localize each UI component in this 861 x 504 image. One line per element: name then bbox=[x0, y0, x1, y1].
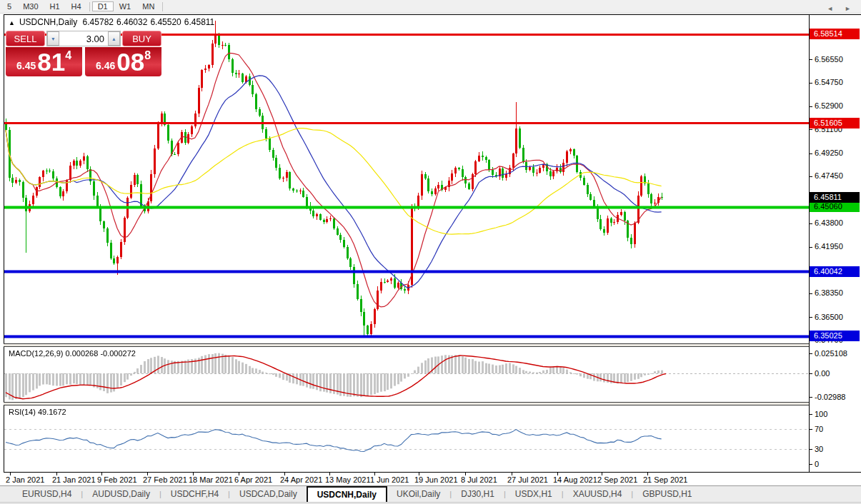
date-axis-label: 2 Jan 2021 bbox=[6, 475, 44, 484]
date-axis-label: 27 Jul 2021 bbox=[507, 475, 548, 484]
timeframe-button-H4[interactable]: H4 bbox=[66, 1, 87, 11]
ohlc-close: 6.45811 bbox=[184, 17, 215, 27]
buy-button[interactable]: BUY bbox=[122, 31, 161, 46]
rsi-panel-canvas[interactable] bbox=[4, 405, 810, 472]
terminal-window: 5M30H1H4D1W1MN ▲USDCNH,Daily 6.457826.46… bbox=[0, 0, 861, 504]
rsi-axis-tick bbox=[810, 429, 812, 430]
buy-price-display[interactable]: 6.46088 bbox=[85, 47, 161, 76]
toolbar-separator bbox=[162, 2, 163, 11]
date-axis-label: 27 Feb 2021 bbox=[143, 475, 187, 484]
price-axis-tick bbox=[810, 247, 812, 248]
price-axis-tick bbox=[810, 83, 812, 84]
tab-scroll-right-icon[interactable]: ► bbox=[845, 5, 851, 12]
timeframe-button-5[interactable]: 5 bbox=[1, 1, 17, 11]
chart-tab-usdx[interactable]: USDX,H1 bbox=[506, 486, 562, 502]
chevron-up-icon: ▲ bbox=[111, 36, 116, 41]
price-axis-tick bbox=[810, 59, 812, 60]
macd-axis-label: 0.025108 bbox=[815, 349, 847, 358]
ohlc-high: 6.46032 bbox=[116, 17, 147, 27]
volume-control: ▼ 3.00 ▲ bbox=[46, 31, 121, 46]
date-axis-label: 2 Sep 2021 bbox=[597, 475, 637, 484]
price-axis-label: 6.43800 bbox=[815, 218, 843, 227]
macd-axis-label: 0.00 bbox=[815, 369, 830, 378]
price-axis-label: 6.54750 bbox=[815, 78, 843, 86]
macd-indicator-label: MACD(12,26,9) 0.000268 -0.000272 bbox=[9, 349, 136, 358]
ohlc-low: 6.45520 bbox=[150, 17, 181, 27]
price-axis-label: 6.38350 bbox=[815, 288, 843, 297]
timeframe-button-D1[interactable]: D1 bbox=[92, 1, 114, 11]
rsi-axis-tick bbox=[810, 414, 812, 415]
rsi-axis-label: 0 bbox=[815, 460, 819, 468]
chart-tab-xauusd[interactable]: XAUUSD,H4 bbox=[564, 486, 632, 502]
price-axis-label: 6.47450 bbox=[815, 171, 843, 180]
chart-tab-usdcad[interactable]: USDCAD,Daily bbox=[230, 486, 307, 502]
date-axis-label: 14 Aug 2021 bbox=[553, 475, 597, 484]
date-axis[interactable]: 2 Jan 202121 Jan 20219 Feb 202127 Feb 20… bbox=[4, 473, 809, 485]
price-axis-label: 6.49250 bbox=[815, 148, 843, 157]
chart-symbol: USDCNH,Daily bbox=[19, 17, 77, 27]
rsi-indicator-label: RSI(14) 49.1672 bbox=[9, 408, 66, 416]
chart-title: ▲USDCNH,Daily 6.457826.460326.455206.458… bbox=[9, 17, 217, 27]
sell-price-prefix: 6.45 bbox=[16, 60, 36, 71]
chart-tab-dj30[interactable]: DJ30,H1 bbox=[452, 486, 504, 502]
timeframe-button-W1[interactable]: W1 bbox=[114, 1, 137, 11]
volume-decrease-button[interactable]: ▼ bbox=[47, 31, 59, 46]
tab-scroll-left-icon[interactable]: ◄ bbox=[827, 5, 833, 12]
buy-price-prefix: 6.46 bbox=[96, 60, 115, 71]
timeframe-toolbar: 5M30H1H4D1W1MN bbox=[0, 0, 861, 14]
sell-button[interactable]: SELL bbox=[6, 31, 45, 46]
date-axis-label: 19 Jun 2021 bbox=[414, 475, 458, 484]
timeframe-button-M30[interactable]: M30 bbox=[17, 1, 44, 11]
chart-tab-bar: EURUSD,H4|AUDUSD,Daily|USDCHF,H4|USDCAD,… bbox=[0, 485, 861, 502]
price-axis-label: 6.56550 bbox=[815, 55, 843, 64]
sell-price-pip: 4 bbox=[65, 49, 71, 76]
date-axis-label: 13 May 2021 bbox=[325, 475, 371, 484]
date-axis-label: 21 Sep 2021 bbox=[643, 475, 687, 484]
date-axis-label: 18 Mar 2021 bbox=[189, 475, 233, 484]
rsi-axis-label: 30 bbox=[815, 445, 823, 453]
date-axis-label: 1 Jun 2021 bbox=[370, 475, 409, 484]
date-axis-label: 21 Jan 2021 bbox=[52, 475, 96, 484]
chart-tab-usdcnh[interactable]: USDCNH,Daily bbox=[307, 486, 387, 502]
macd-axis-tick bbox=[810, 373, 812, 374]
price-axis-label: 6.52900 bbox=[815, 101, 843, 110]
price-axis-tick bbox=[810, 176, 812, 177]
tab-scroll-arrows: ◄ ► bbox=[827, 0, 851, 16]
macd-axis-label: -0.02988 bbox=[815, 393, 845, 401]
price-axis[interactable]: 6.565506.547506.529006.511006.492506.474… bbox=[810, 15, 861, 472]
chevron-down-icon: ▼ bbox=[51, 36, 56, 41]
price-axis-tick bbox=[810, 293, 812, 294]
macd-axis-tick bbox=[810, 353, 812, 354]
collapse-arrow-icon[interactable]: ▲ bbox=[9, 19, 15, 26]
chart-tab-gbpusd[interactable]: GBPUSD,H1 bbox=[633, 486, 701, 502]
one-click-trading-panel: SELL ▼ 3.00 ▲ BUY 6.45814 6.46088 bbox=[6, 31, 161, 76]
rsi-axis-label: 100 bbox=[815, 410, 827, 418]
price-axis-tick bbox=[810, 106, 812, 107]
price-axis-label: 6.36500 bbox=[815, 313, 843, 321]
chart-tab-usdchf[interactable]: USDCHF,H4 bbox=[161, 486, 228, 502]
rsi-axis-tick bbox=[810, 464, 812, 465]
buy-price-big: 08 bbox=[116, 47, 144, 76]
volume-increase-button[interactable]: ▲ bbox=[108, 31, 120, 46]
chart-tab-ukoil[interactable]: UKOil,Daily bbox=[387, 486, 449, 502]
sell-price-display[interactable]: 6.45814 bbox=[6, 47, 82, 76]
rsi-axis-tick bbox=[810, 449, 812, 450]
macd-axis-tick bbox=[810, 397, 812, 398]
timeframe-button-MN[interactable]: MN bbox=[136, 1, 160, 11]
price-axis-tick bbox=[810, 153, 812, 154]
price-axis-tick bbox=[810, 129, 812, 130]
level-price-badge: 6.51605 bbox=[810, 118, 860, 128]
price-axis-separator bbox=[809, 15, 810, 472]
rsi-axis-label: 70 bbox=[815, 425, 823, 433]
chart-tab-audusd[interactable]: AUDUSD,Daily bbox=[83, 486, 159, 502]
level-price-badge: 6.40042 bbox=[810, 266, 860, 277]
date-axis-label: 9 Feb 2021 bbox=[97, 475, 137, 484]
sell-price-big: 81 bbox=[37, 47, 65, 76]
volume-input[interactable]: 3.00 bbox=[59, 31, 108, 46]
timeframe-button-H1[interactable]: H1 bbox=[44, 1, 66, 11]
price-axis-tick bbox=[810, 223, 812, 224]
chart-tab-eurusd[interactable]: EURUSD,H4 bbox=[13, 486, 81, 502]
panel-splitter-macd-rsi[interactable] bbox=[4, 402, 861, 405]
panel-splitter-main-macd[interactable] bbox=[4, 343, 861, 347]
level-price-badge: 6.35025 bbox=[810, 331, 860, 341]
